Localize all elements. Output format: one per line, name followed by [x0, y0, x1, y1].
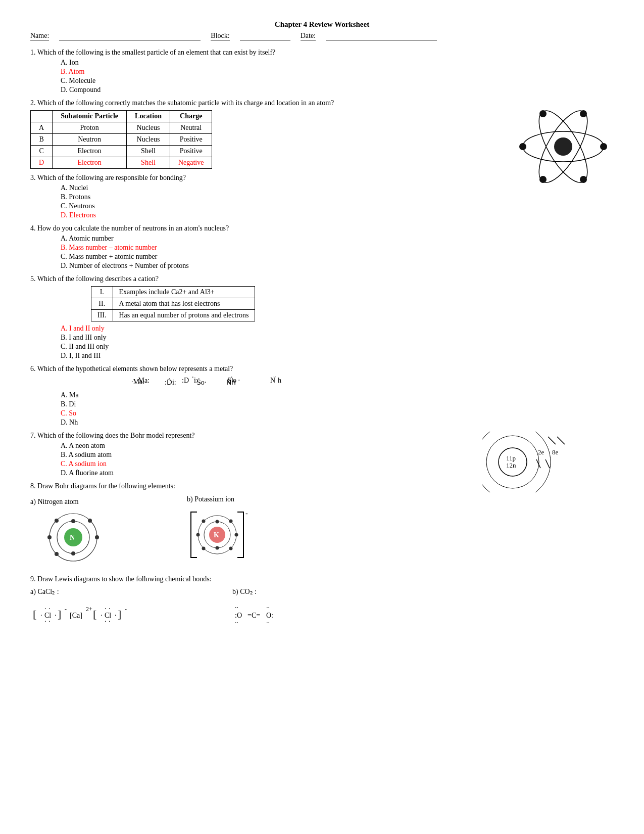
svg-text:··: ·· [235, 604, 238, 612]
svg-text:i:: i: [194, 377, 198, 384]
svg-text:-: - [65, 606, 67, 613]
svg-text:8e: 8e [552, 448, 559, 456]
svg-point-5 [519, 143, 526, 150]
page-title: Chapter 4 Review Worksheet [30, 20, 614, 29]
q9-text: 9. Draw Lewis diagrams to show the follo… [30, 575, 614, 583]
svg-point-53 [202, 547, 206, 550]
svg-text::D: :D [182, 377, 189, 384]
q5-option-a: A. I and II only [61, 325, 614, 333]
svg-point-9 [580, 176, 587, 183]
svg-text:[: [ [93, 608, 96, 620]
svg-point-47 [216, 520, 219, 524]
svg-point-54 [229, 547, 233, 550]
svg-text:·: · [55, 612, 57, 619]
svg-text:[Ca]: [Ca] [70, 612, 82, 619]
svg-point-6 [580, 110, 587, 117]
svg-point-41 [55, 552, 59, 556]
q4-option-d: D. Number of electrons + Number of proto… [61, 262, 614, 270]
q1-option-c: C. Molecule [61, 77, 614, 85]
question-4: 4. How do you calculate the number of ne… [30, 224, 614, 270]
svg-text:··: ·· [266, 604, 270, 612]
q8-a-label: a) Nitrogen atom [30, 498, 106, 506]
svg-text:·: · [40, 612, 42, 619]
svg-point-24 [482, 432, 551, 492]
svg-point-52 [229, 520, 233, 523]
svg-text:·: · [48, 618, 51, 625]
svg-text:··: ·· [235, 619, 238, 627]
question-1: 1. Which of the following is the smalles… [30, 49, 614, 94]
svg-line-29 [548, 437, 556, 444]
svg-point-48 [216, 546, 219, 550]
question-8: 8. Draw Bohr diagrams for the following … [30, 482, 614, 567]
block-label: Block: [211, 32, 229, 40]
block-field[interactable] [240, 32, 290, 40]
q1-text: 1. Which of the following is the smalles… [30, 49, 614, 57]
co2-lewis-svg: ·· :O ·· =C= ·· O: ·· [232, 600, 323, 630]
q4-option-a: A. Atomic number [61, 235, 614, 243]
header-line: Name: Block: Date: [30, 32, 614, 40]
q9-b-label: b) CO₂ : [232, 587, 323, 596]
svg-text:·: · [109, 618, 111, 625]
q6-option-b: B. Di [61, 400, 614, 408]
svg-text:]: ] [118, 608, 121, 620]
svg-line-30 [557, 437, 565, 444]
q8-b-label: b) Potassium ion [187, 495, 253, 503]
svg-text:11p: 11p [506, 454, 516, 462]
svg-text:2e: 2e [538, 448, 544, 456]
svg-text:o ·: o · [233, 377, 240, 384]
q9-a-label: a) CaCl₂ : [30, 587, 172, 596]
date-label: Date: [301, 32, 316, 40]
q4-text: 4. How do you calculate the number of ne… [30, 224, 614, 233]
date-field[interactable] [326, 32, 437, 40]
svg-text:·: · [44, 618, 46, 625]
q1-option-a: A. Ion [61, 59, 614, 67]
svg-text:··: ·· [266, 619, 270, 627]
svg-text:·: · [115, 612, 117, 619]
svg-text:-: - [245, 509, 248, 517]
svg-text:·: · [101, 612, 103, 619]
svg-point-40 [88, 519, 92, 523]
q5-table: I.Examples include Ca2+ and Al3+ II.A me… [91, 286, 255, 321]
svg-text:·: · [192, 374, 194, 381]
electron-dot-svg: ·Ma: :D · i: S · o · N ·· h [131, 372, 333, 389]
svg-text:·: · [105, 618, 107, 625]
svg-text:2+: 2+ [86, 606, 92, 613]
svg-point-38 [95, 535, 99, 539]
svg-line-28 [546, 459, 550, 468]
atom-diagram [513, 96, 614, 197]
q3-option-c: C. Neutrons [61, 202, 614, 210]
question-7: 7. Which of the following does the Bohr … [30, 432, 614, 477]
svg-point-51 [202, 520, 206, 523]
question-9: 9. Draw Lewis diagrams to show the follo… [30, 575, 614, 632]
svg-text:N: N [70, 534, 75, 541]
svg-text:K: K [214, 531, 219, 539]
q1-options: A. Ion B. Atom C. Molecule D. Compound [61, 59, 614, 94]
svg-point-0 [554, 137, 572, 156]
svg-text:O:: O: [266, 612, 273, 619]
svg-point-37 [47, 535, 52, 539]
svg-point-35 [71, 519, 75, 523]
svg-text:·Ma:: ·Ma: [136, 377, 150, 384]
svg-point-36 [71, 551, 75, 555]
svg-point-8 [539, 110, 547, 117]
q6-option-a: A. Ma [61, 391, 614, 399]
q5-option-b: B. I and III only [61, 334, 614, 342]
potassium-bohr-svg: - K [187, 509, 253, 565]
q6-option-c: C. So [61, 409, 614, 418]
q1-option-d: D. Compound [61, 86, 614, 94]
svg-text:]: ] [58, 608, 61, 620]
svg-point-4 [600, 143, 607, 150]
svg-point-49 [196, 533, 200, 537]
name-label: Name: [30, 32, 49, 40]
cacl2-lewis-svg: [ · · · Cl · · · ] - [C [30, 600, 172, 630]
svg-text:·: · [231, 374, 233, 381]
q6-option-d: D. Nh [61, 419, 614, 427]
svg-text::O: :O [235, 612, 242, 619]
name-field[interactable] [59, 32, 201, 40]
q9-a: a) CaCl₂ : [ · · · Cl · · · [30, 587, 172, 632]
bohr-model-svg: 11p 12n 2e 8e [482, 432, 573, 492]
q4-option-b: B. Mass number – atomic number [61, 244, 614, 252]
svg-text:-: - [125, 606, 127, 613]
svg-text:··: ·· [273, 374, 276, 380]
q5-text: 5. Which of the following describes a ca… [30, 275, 614, 283]
